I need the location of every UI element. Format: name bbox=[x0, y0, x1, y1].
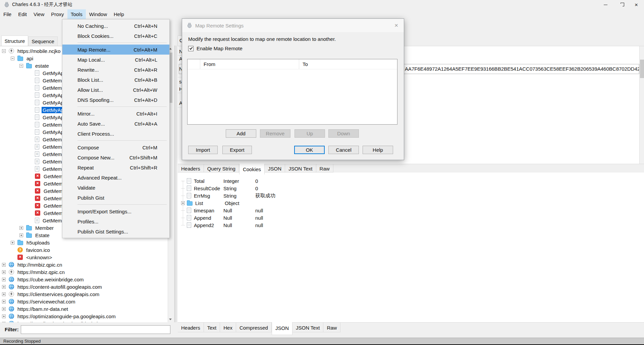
menu-item[interactable]: Publish Gist Settings... bbox=[62, 226, 169, 236]
expand-toggle-icon[interactable] bbox=[181, 201, 185, 205]
cancel-button[interactable]: Cancel bbox=[328, 146, 359, 154]
dialog-titlebar[interactable]: Map Remote Settings × bbox=[182, 19, 404, 32]
expand-toggle-icon[interactable] bbox=[19, 64, 23, 68]
expand-toggle-icon[interactable] bbox=[2, 285, 6, 289]
menu-item[interactable]: Compose New... Ctrl+Shift+M bbox=[62, 152, 169, 162]
menu-item[interactable]: Repeat Ctrl+Shift+R bbox=[62, 162, 169, 172]
tree-row[interactable]: http://mmbiz.qpic.cn bbox=[0, 261, 168, 268]
expand-toggle-icon[interactable] bbox=[181, 181, 185, 181]
tree-row[interactable]: https://optimizationguide-pa.googleapis.… bbox=[0, 313, 168, 320]
menu-item[interactable]: Compose Ctrl+M bbox=[62, 142, 169, 152]
expand-toggle-icon[interactable] bbox=[181, 225, 185, 225]
tree-row[interactable]: favicon.ico bbox=[0, 246, 168, 254]
tab-structure[interactable]: Structure bbox=[1, 36, 28, 46]
menubar-item[interactable]: Help bbox=[110, 9, 127, 19]
tab-sequence[interactable]: Sequence bbox=[28, 37, 58, 46]
enable-map-remote-checkbox[interactable] bbox=[188, 46, 194, 51]
expand-toggle-icon[interactable] bbox=[181, 210, 185, 211]
expand-toggle-icon[interactable] bbox=[181, 188, 185, 189]
menu-item[interactable]: Client Process... bbox=[62, 129, 169, 139]
tree-row[interactable]: https://mmbiz.qpic.cn bbox=[0, 268, 168, 276]
response-view-tab[interactable]: Text bbox=[204, 323, 220, 332]
json-tree-row[interactable]: Append Null null bbox=[178, 214, 644, 221]
menubar-item[interactable]: Tools bbox=[67, 9, 86, 19]
expand-toggle-icon[interactable] bbox=[11, 241, 14, 245]
menu-item[interactable]: Auto Save... Ctrl+Alt+A bbox=[62, 119, 169, 129]
filter-input[interactable] bbox=[21, 325, 170, 334]
expand-toggle-icon[interactable] bbox=[2, 292, 6, 296]
menu-item[interactable]: Rewrite... Ctrl+Alt+R bbox=[62, 65, 169, 75]
json-tree-row[interactable]: ResultCode String 0 bbox=[178, 185, 644, 192]
tree-row[interactable]: https://servicewechat.com bbox=[0, 298, 168, 305]
restore-button[interactable] bbox=[613, 0, 629, 9]
menu-item[interactable]: Allow List... Ctrl+Alt+W bbox=[62, 85, 169, 95]
request-view-tab[interactable]: Raw bbox=[316, 164, 333, 172]
tree-row[interactable]: https://bam.nr-data.net bbox=[0, 305, 168, 313]
request-view-tab[interactable]: Headers bbox=[178, 164, 204, 172]
expand-toggle-icon[interactable] bbox=[2, 278, 6, 281]
expand-toggle-icon[interactable] bbox=[181, 196, 185, 196]
dialog-close-button[interactable]: × bbox=[389, 19, 404, 32]
down-button[interactable]: Down bbox=[328, 129, 359, 138]
up-button[interactable]: Up bbox=[294, 129, 325, 138]
menu-item[interactable]: Map Local... Ctrl+Alt+L bbox=[62, 55, 169, 65]
json-tree-row[interactable]: Append2 Null null bbox=[178, 221, 644, 229]
tree-row[interactable]: https://cube.weixinbridge.com bbox=[0, 276, 168, 283]
expand-toggle-icon[interactable] bbox=[19, 226, 23, 230]
expand-toggle-icon[interactable] bbox=[2, 263, 6, 267]
response-view-tab[interactable]: JSON Text bbox=[292, 323, 323, 332]
menu-item[interactable]: Block List... Ctrl+Alt+B bbox=[62, 75, 169, 85]
menu-item[interactable] bbox=[77, 140, 167, 141]
mappings-table[interactable]: From To bbox=[187, 59, 397, 125]
minimize-button[interactable] bbox=[598, 0, 613, 9]
menubar-item[interactable]: Window bbox=[86, 9, 110, 19]
tree-row[interactable]: h5uploads bbox=[0, 239, 168, 246]
response-view-tab[interactable]: Compressed bbox=[236, 323, 272, 332]
ok-button[interactable]: OK bbox=[294, 146, 325, 154]
panel-splitter[interactable] bbox=[173, 36, 178, 338]
menu-item[interactable]: Profiles... bbox=[62, 216, 169, 226]
request-scrollbar-thumb[interactable] bbox=[640, 60, 644, 78]
tree-row[interactable]: https://easylist-downloads.adblockplus.o… bbox=[0, 320, 168, 322]
json-tree-row[interactable]: timespan Null null bbox=[178, 207, 644, 214]
menu-item[interactable]: Block Cookies... Ctrl+Alt+C bbox=[62, 31, 169, 41]
export-button[interactable]: Export bbox=[222, 146, 252, 154]
menu-item[interactable]: Map Remote... Ctrl+Alt+M bbox=[62, 45, 169, 55]
menu-item[interactable]: Import/Export Settings... bbox=[62, 206, 169, 216]
response-view-tab[interactable]: JSON bbox=[272, 322, 292, 335]
remove-button[interactable]: Remove bbox=[260, 129, 290, 138]
menu-item[interactable] bbox=[77, 107, 167, 107]
menubar-item[interactable]: Edit bbox=[15, 9, 30, 19]
response-view-tab[interactable]: Headers bbox=[178, 323, 204, 332]
expand-toggle-icon[interactable] bbox=[2, 300, 6, 303]
import-button[interactable]: Import bbox=[188, 146, 218, 154]
add-button[interactable]: Add bbox=[226, 129, 256, 138]
menu-item[interactable] bbox=[77, 204, 167, 205]
menu-item[interactable]: Validate bbox=[62, 183, 169, 193]
expand-toggle-icon[interactable] bbox=[2, 49, 6, 53]
request-scrollbar[interactable] bbox=[639, 46, 644, 164]
request-view-tab[interactable]: JSON Text bbox=[285, 164, 316, 172]
tree-row[interactable]: <unknown> bbox=[0, 254, 168, 261]
json-tree-row[interactable]: Total Integer 0 bbox=[178, 177, 644, 185]
expand-toggle-icon[interactable] bbox=[2, 315, 6, 318]
menubar-item[interactable]: Proxy bbox=[48, 9, 67, 19]
request-view-tab[interactable]: JSON bbox=[265, 164, 285, 172]
expand-toggle-icon[interactable] bbox=[2, 270, 6, 274]
menu-item[interactable]: Publish Gist bbox=[62, 193, 169, 203]
menubar-item[interactable]: File bbox=[0, 9, 15, 19]
json-tree-row[interactable]: ErrMsg String 获取成功 bbox=[178, 192, 644, 199]
menu-item[interactable] bbox=[77, 43, 167, 43]
response-view-tab[interactable]: Hex bbox=[220, 323, 236, 332]
help-button[interactable]: Help bbox=[363, 146, 393, 154]
json-tree-row[interactable]: List Object bbox=[178, 199, 644, 207]
expand-toggle-icon[interactable] bbox=[2, 307, 6, 311]
tree-row[interactable]: https://clientservices.googleapis.com bbox=[0, 290, 168, 298]
expand-toggle-icon[interactable] bbox=[19, 233, 23, 237]
menu-item[interactable]: Advanced Repeat... bbox=[62, 172, 169, 183]
request-view-tab[interactable]: Cookies bbox=[239, 164, 265, 175]
response-view-tab[interactable]: Raw bbox=[323, 323, 340, 332]
expand-toggle-icon[interactable] bbox=[11, 57, 14, 60]
scroll-down-icon[interactable] bbox=[169, 319, 172, 320]
menu-item[interactable]: Mirror... Ctrl+Alt+I bbox=[62, 109, 169, 119]
